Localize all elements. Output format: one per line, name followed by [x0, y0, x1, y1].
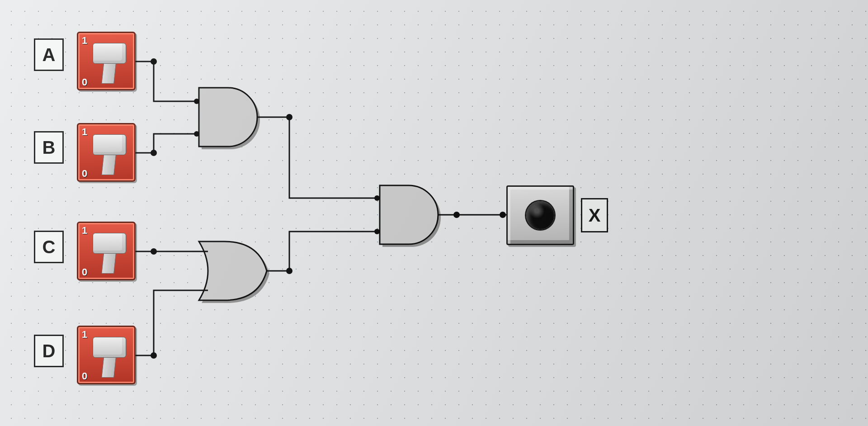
switch-lever-icon [90, 131, 126, 176]
switch-a[interactable]: 1 0 [77, 32, 136, 90]
switch-hi-label: 1 [82, 225, 87, 237]
svg-point-12 [374, 195, 380, 201]
svg-point-18 [500, 212, 506, 218]
switch-lever-icon [90, 333, 126, 379]
switch-b[interactable]: 1 0 [77, 123, 136, 182]
switch-d[interactable]: 1 0 [77, 326, 136, 384]
switch-lo-label: 0 [82, 370, 87, 382]
svg-point-15 [374, 229, 380, 234]
svg-point-5 [151, 248, 157, 255]
input-label-c: C [34, 231, 64, 263]
input-label-d: D [34, 335, 64, 367]
input-label-b: B [34, 131, 64, 164]
switch-lever-icon [90, 39, 126, 85]
input-label-a: A [34, 38, 64, 71]
lamp-bulb-icon [526, 201, 554, 229]
svg-point-8 [194, 99, 199, 104]
switch-hi-label: 1 [82, 35, 87, 47]
svg-point-14 [286, 268, 292, 274]
svg-point-7 [151, 352, 157, 359]
switch-lever-icon [90, 229, 126, 275]
output-label-x: X [581, 198, 608, 232]
svg-point-3 [151, 150, 157, 156]
switch-lo-label: 0 [82, 76, 87, 88]
switch-c[interactable]: 1 0 [77, 222, 136, 280]
switch-lo-label: 0 [82, 168, 87, 180]
and-gate-g1[interactable] [199, 88, 260, 149]
and-gate-g3[interactable] [380, 185, 441, 247]
svg-point-1 [151, 58, 157, 65]
switch-hi-label: 1 [82, 329, 87, 341]
switch-hi-label: 1 [82, 126, 87, 138]
switch-lo-label: 0 [82, 266, 87, 278]
circuit-canvas[interactable]: A B C D X 1 0 1 0 1 0 1 0 [0, 0, 868, 426]
output-lamp [506, 185, 574, 245]
svg-point-9 [194, 131, 199, 137]
svg-point-11 [286, 114, 292, 120]
or-gate-g2[interactable] [199, 241, 269, 303]
svg-point-17 [453, 212, 460, 218]
